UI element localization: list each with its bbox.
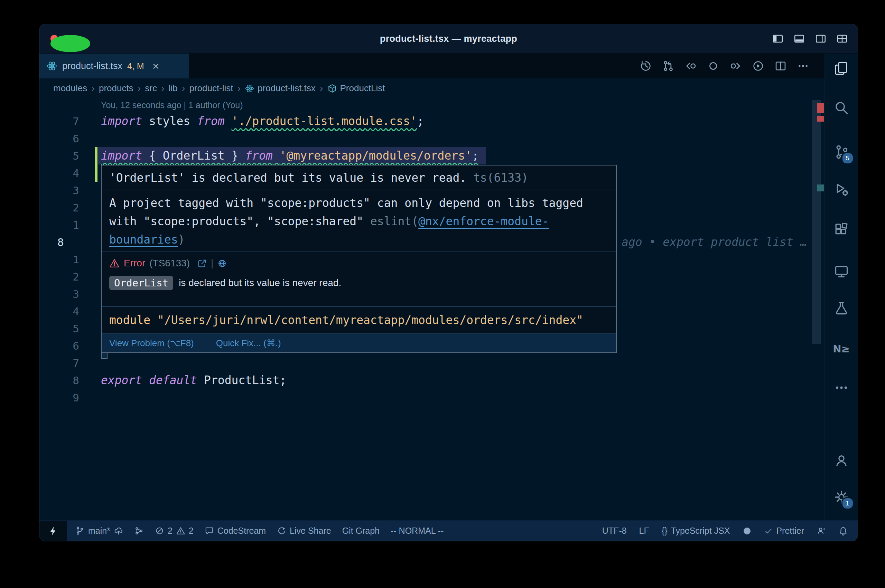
eol-selector[interactable]: LF xyxy=(639,526,649,536)
run-circle-icon[interactable] xyxy=(752,60,764,72)
customize-layout-icon[interactable] xyxy=(836,33,848,45)
breadcrumb: modules › products › src › lib › product… xyxy=(39,78,825,98)
sidebar-item-remote-explorer[interactable] xyxy=(832,262,851,281)
toggle-primary-sidebar-icon[interactable] xyxy=(772,33,784,45)
warning-icon xyxy=(176,526,185,536)
hover-resize-handle[interactable] xyxy=(101,352,108,359)
status-bar: main* 2 xyxy=(39,520,858,541)
close-tab-icon[interactable]: × xyxy=(152,60,159,72)
line-number: 1 xyxy=(39,216,79,234)
branch-icon xyxy=(75,526,85,536)
open-external-icon[interactable] xyxy=(197,259,207,268)
breadcrumb-product-list[interactable]: product-list xyxy=(189,83,233,94)
hover-actions: View Problem (⌥F8) Quick Fix... (⌘.) xyxy=(102,333,616,352)
sidebar-item-search[interactable] xyxy=(832,98,851,117)
extensions-icon xyxy=(834,222,849,237)
toggle-secondary-sidebar-icon[interactable] xyxy=(815,33,826,45)
prettier-label: Prettier xyxy=(776,526,804,536)
sidebar-item-explorer[interactable] xyxy=(832,59,851,78)
tab-product-list[interactable]: product-list.tsx 4, M × xyxy=(39,54,189,78)
codelens-blame[interactable]: You, 12 seconds ago | 1 author (You) xyxy=(101,100,243,110)
breadcrumb-label: src xyxy=(145,83,157,94)
compare-changes-icon[interactable] xyxy=(662,60,675,72)
line-number: 7 xyxy=(39,112,79,130)
nav-forward-icon[interactable] xyxy=(729,60,742,72)
git-graph-button[interactable] xyxy=(134,526,144,536)
breadcrumb-lib[interactable]: lib xyxy=(169,83,178,94)
breadcrumb-separator: › xyxy=(138,82,141,94)
view-problem-link[interactable]: View Problem (⌥F8) xyxy=(109,338,194,349)
notifications-button[interactable] xyxy=(838,526,848,536)
breadcrumb-products[interactable]: products xyxy=(99,83,134,94)
ts-diagnostic-message: 'OrderList' is declared but its value is… xyxy=(102,165,616,190)
line-number: 3 xyxy=(39,182,79,199)
tab-label: product-list.tsx xyxy=(62,61,122,72)
breadcrumb-src[interactable]: src xyxy=(145,83,157,94)
person-icon xyxy=(817,526,826,536)
cloud-upload-icon xyxy=(114,526,123,536)
titlebar[interactable]: product-list.tsx — myreactapp xyxy=(39,24,858,54)
breadcrumb-label: product-list xyxy=(189,83,233,94)
prettier-status[interactable]: Prettier xyxy=(764,526,804,536)
record-icon[interactable] xyxy=(707,60,720,72)
breadcrumb-file[interactable]: product-list.tsx xyxy=(245,83,316,94)
nav-back-icon[interactable] xyxy=(685,60,697,72)
breadcrumb-separator: › xyxy=(182,82,185,94)
activity-bar: 5 xyxy=(825,54,858,520)
vim-mode-label: -- NORMAL -- xyxy=(391,526,443,536)
search-icon xyxy=(834,100,849,116)
breadcrumb-label: modules xyxy=(53,83,87,94)
globe-icon[interactable] xyxy=(218,259,227,268)
live-share-button[interactable]: Live Share xyxy=(277,526,331,536)
remote-indicator[interactable] xyxy=(39,520,67,541)
sidebar-item-nx-console[interactable]: N≥ xyxy=(832,339,851,358)
react-icon xyxy=(46,60,57,72)
sidebar-item-more[interactable] xyxy=(832,378,851,397)
graph-icon xyxy=(134,526,144,536)
scrollbar-thumb[interactable] xyxy=(812,100,821,344)
vim-mode-indicator: -- NORMAL -- xyxy=(391,526,443,536)
github-button[interactable] xyxy=(742,526,752,536)
language-mode-selector[interactable]: {} TypeScript JSX xyxy=(662,526,730,536)
sidebar-item-extensions[interactable] xyxy=(832,220,851,239)
more-icon xyxy=(834,380,849,395)
code-line-import-orderlist[interactable]: import { OrderList } from '@myreactapp/m… xyxy=(101,147,479,165)
split-editor-icon[interactable] xyxy=(774,60,787,72)
live-share-contacts-button[interactable] xyxy=(817,526,826,536)
sidebar-item-source-control[interactable]: 5 xyxy=(832,142,851,162)
git-graph-label-button[interactable]: Git Graph xyxy=(342,526,380,536)
toggle-panel-icon[interactable] xyxy=(793,33,805,45)
ruler-error-mark xyxy=(817,103,824,113)
line-number: 5 xyxy=(39,147,79,165)
codestream-button[interactable]: CodeStream xyxy=(205,526,266,536)
problems-status[interactable]: 2 2 xyxy=(155,526,194,536)
main-area: product-list.tsx 4, M × xyxy=(39,54,858,520)
comment-icon xyxy=(205,526,214,536)
accounts-button[interactable] xyxy=(832,451,851,470)
more-actions-icon[interactable] xyxy=(797,60,809,72)
files-icon xyxy=(834,61,849,76)
breadcrumb-symbol[interactable]: ProductList xyxy=(328,83,385,94)
error-count: 2 xyxy=(168,526,173,536)
timeline-icon[interactable] xyxy=(640,60,652,72)
tab-bar: product-list.tsx 4, M × xyxy=(39,54,825,78)
breadcrumb-label: product-list.tsx xyxy=(258,83,316,94)
branch-status[interactable]: main* xyxy=(75,526,123,536)
error-detail-section: Error (TS6133) | xyxy=(102,252,616,306)
breadcrumb-separator: › xyxy=(237,82,241,94)
code-editor[interactable]: You, 12 seconds ago | 1 author (You) 7 6… xyxy=(39,98,825,520)
sidebar-item-testing[interactable] xyxy=(832,298,851,318)
code-line-export-default[interactable]: export default ProductList; xyxy=(101,372,286,389)
sidebar-item-run-debug[interactable] xyxy=(832,180,851,199)
diagnostics-hover: 'OrderList' is declared but its value is… xyxy=(101,165,617,353)
code-line-import-styles[interactable]: import styles from './product-list.modul… xyxy=(101,112,424,130)
settings-button[interactable]: 1 xyxy=(832,488,851,507)
breadcrumb-modules[interactable]: modules xyxy=(53,83,87,94)
quick-fix-link[interactable]: Quick Fix... (⌘.) xyxy=(216,338,281,349)
line-number: 6 xyxy=(39,337,79,354)
check-icon xyxy=(764,527,773,535)
breadcrumb-label: ProductList xyxy=(340,83,385,94)
error-label: Error xyxy=(124,258,145,269)
encoding-selector[interactable]: UTF-8 xyxy=(602,526,627,536)
zoom-window-button[interactable] xyxy=(51,35,90,52)
